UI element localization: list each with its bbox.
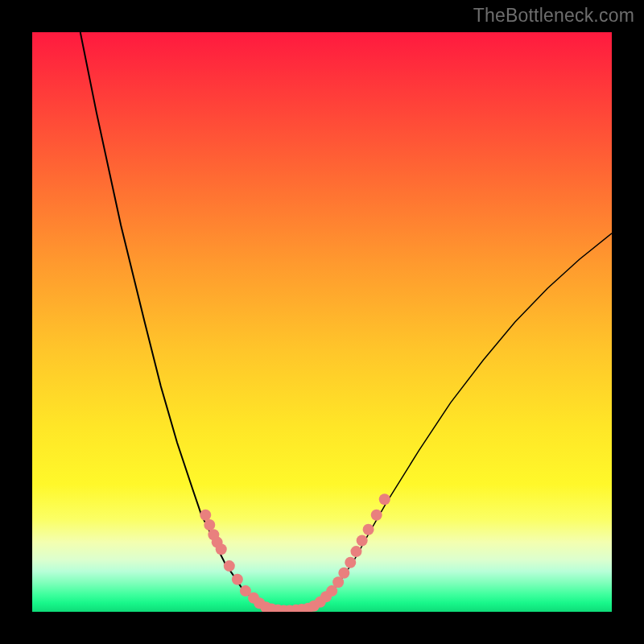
highlight-dots-group <box>200 493 390 612</box>
highlight-dot <box>345 557 356 568</box>
left-branch-curve <box>80 32 266 608</box>
highlight-dot <box>216 543 227 555</box>
highlight-dot <box>357 535 368 546</box>
highlight-dot <box>350 546 361 557</box>
highlight-dot <box>338 568 349 579</box>
highlight-dot <box>332 576 344 588</box>
watermark-text: TheBottleneck.com <box>473 5 634 27</box>
highlight-dot <box>204 519 215 530</box>
highlight-dot <box>371 510 382 521</box>
highlight-dot <box>224 560 235 572</box>
highlight-dot <box>379 493 390 505</box>
curve-layer <box>32 32 612 612</box>
highlight-dot <box>363 524 374 535</box>
plot-area <box>32 32 612 612</box>
chart-frame: TheBottleneck.com <box>0 0 644 644</box>
highlight-dot <box>200 510 211 521</box>
highlight-dot <box>232 574 243 585</box>
